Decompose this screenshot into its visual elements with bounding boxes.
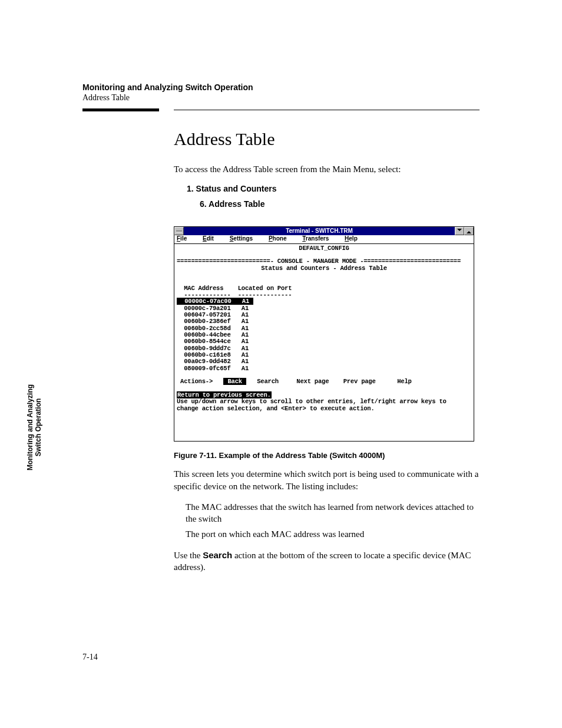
terminal-titlebar: Terminal - SWITCH.TRM: [174, 227, 474, 235]
table-row[interactable]: 080009-0fc65f A1: [177, 365, 249, 372]
table-row[interactable]: 0060b0-44cbee A1: [177, 331, 249, 338]
side-tab-line2: Switch Operation: [35, 377, 43, 477]
header-rule: [82, 108, 480, 111]
action-rest[interactable]: Search Next page Prev page Help: [246, 378, 412, 385]
terminal-menubar: File Edit Settings Phone Transfers Help: [174, 235, 474, 244]
page-number: 7-14: [82, 653, 98, 662]
menu-edit[interactable]: Edit: [203, 235, 221, 242]
table-row[interactable]: 0060b0-2cc58d A1: [177, 325, 249, 332]
maximize-icon[interactable]: [464, 227, 474, 235]
nav-steps: 1. Status and Counters 6. Address Table: [187, 184, 480, 209]
status-prompt: Return to previous screen.: [177, 391, 272, 398]
paragraph-1: This screen lets you determine which swi…: [174, 468, 480, 492]
list-item: The port on which each MAC address was l…: [186, 528, 480, 540]
terminal-title: Terminal - SWITCH.TRM: [184, 227, 455, 235]
list-item: The MAC addresses that the switch has le…: [186, 501, 480, 525]
table-row[interactable]: 006047-057201 A1: [177, 311, 249, 318]
nav-step-1: 1. Status and Counters: [187, 184, 480, 193]
menu-file[interactable]: File: [177, 235, 194, 242]
feature-list: The MAC addresses that the switch has le…: [186, 501, 480, 541]
figure-caption: Figure 7-11. Example of the Address Tabl…: [174, 451, 480, 460]
paragraph-2: Use the Search action at the bottom of t…: [174, 549, 480, 574]
menu-phone[interactable]: Phone: [269, 235, 294, 242]
table-row[interactable]: 0060b0-8544ce A1: [177, 338, 249, 345]
menu-help[interactable]: Help: [345, 235, 365, 242]
header-section: Address Table: [82, 93, 480, 103]
header-chapter: Monitoring and Analyzing Switch Operatio…: [82, 83, 480, 92]
action-back[interactable]: Back: [223, 378, 246, 385]
side-tab: Monitoring and Analyzing Switch Operatio…: [27, 377, 44, 477]
terminal-window: Terminal - SWITCH.TRM File Edit Settings…: [174, 226, 474, 442]
nav-step-2: 6. Address Table: [200, 199, 480, 209]
terminal-body: DEFAULT_CONFIG =========================…: [174, 244, 474, 442]
menu-settings[interactable]: Settings: [230, 235, 260, 242]
system-menu-icon[interactable]: [174, 227, 184, 235]
running-header: Monitoring and Analyzing Switch Operatio…: [82, 83, 480, 103]
table-row-selected[interactable]: 00000c-07ac00 A1: [177, 298, 253, 305]
side-tab-line1: Monitoring and Analyzing: [27, 377, 35, 477]
table-row[interactable]: 00000c-79a201 A1: [177, 305, 249, 312]
search-action-label: Search: [203, 550, 232, 560]
table-row[interactable]: 0060b0-9ddd7c A1: [177, 345, 249, 352]
page-title: Address Table: [174, 129, 480, 149]
table-row[interactable]: 0060b0-c161e8 A1: [177, 351, 249, 358]
table-row[interactable]: 00a0c9-0dd482 A1: [177, 358, 249, 365]
table-row[interactable]: 0060b0-2386ef A1: [177, 318, 249, 325]
minimize-icon[interactable]: [455, 227, 464, 235]
menu-transfers[interactable]: Transfers: [302, 235, 336, 242]
intro-text: To access the Address Table screen from …: [174, 163, 480, 175]
